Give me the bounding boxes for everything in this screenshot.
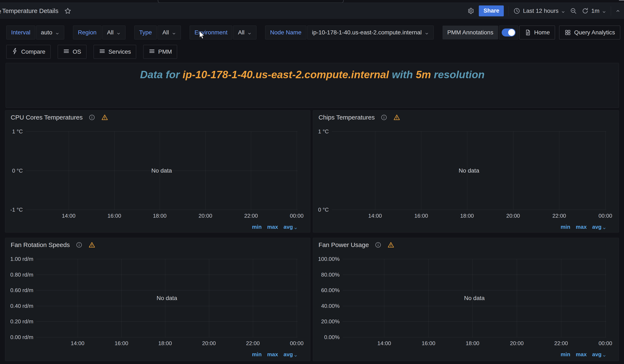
toolbar-right: Share Last 12 hours 1m — [467, 5, 624, 16]
legend-item-avg[interactable]: avg — [592, 351, 606, 358]
panel-header: Fan Power Usage — [318, 241, 394, 248]
x-tick-label: 00:00 — [290, 213, 304, 219]
favorite-star-icon[interactable] — [64, 7, 71, 14]
variable-label-node-name[interactable]: Node Name — [265, 25, 306, 39]
chevron-down-icon — [561, 9, 565, 13]
info-icon[interactable] — [375, 242, 381, 248]
y-tick-label: -1 °C — [10, 207, 23, 213]
legend-item-avg[interactable]: avg — [284, 224, 298, 230]
v-gridline — [297, 259, 297, 337]
legend-item-min[interactable]: min — [561, 224, 570, 230]
legend-item-max[interactable]: max — [576, 351, 587, 358]
x-tick-label: 22:00 — [244, 213, 258, 219]
legend-item-min[interactable]: min — [252, 351, 262, 358]
warning-icon[interactable] — [393, 114, 400, 121]
v-gridline — [559, 131, 559, 210]
x-tick-label: 18:00 — [153, 213, 167, 219]
legend-item-avg[interactable]: avg — [284, 351, 298, 358]
legend-item-max[interactable]: max — [576, 224, 587, 230]
variable-value-node-name[interactable]: ip-10-178-1-40.us-east-2.compute.interna… — [307, 25, 434, 39]
chevron-down-icon — [294, 225, 298, 229]
x-tick-label: 16:00 — [115, 340, 128, 347]
legend-item-min[interactable]: min — [561, 351, 570, 358]
legend-item-avg[interactable]: avg — [592, 224, 606, 230]
banner-segment: ip-10-178-1-40.us-east-2.compute.interna… — [182, 69, 389, 80]
refresh-icon[interactable] — [582, 7, 589, 14]
variable-group-region: RegionAll — [73, 25, 126, 39]
share-button[interactable]: Share — [479, 5, 504, 16]
variable-label-type[interactable]: Type — [134, 25, 157, 39]
variable-value-interval[interactable]: auto — [36, 25, 64, 39]
info-icon[interactable] — [76, 242, 82, 248]
y-tick-label: 40.00% — [321, 303, 339, 309]
legend-item-min[interactable]: min — [252, 224, 262, 230]
h-gridline — [332, 210, 606, 210]
variable-label-interval[interactable]: Interval — [6, 25, 35, 39]
info-icon[interactable] — [89, 114, 95, 121]
breadcrumb-clipped-char: e — [0, 8, 1, 15]
legend-item-max[interactable]: max — [267, 224, 278, 230]
legend-item-label: max — [576, 224, 587, 230]
x-tick-label: 20:00 — [506, 213, 520, 219]
variable-value-region[interactable]: All — [102, 25, 126, 39]
variable-label-environment[interactable]: Environment — [190, 25, 232, 39]
x-tick-label: 14:00 — [377, 340, 391, 347]
y-tick-label: 0.80 rd/m — [10, 271, 33, 278]
legend-item-label: min — [252, 351, 262, 358]
panel-title-fan-rotation-speeds[interactable]: Fan Rotation Speeds — [11, 241, 70, 248]
x-tick-label: 00:00 — [598, 213, 612, 219]
chevron-up-icon[interactable] — [616, 9, 620, 13]
time-range-picker[interactable]: Last 12 hours — [513, 7, 565, 14]
x-tick-label: 18:00 — [460, 213, 474, 219]
variable-value-environment[interactable]: All — [233, 25, 256, 39]
y-axis: -1 °C1 °C0 °C-1 °C — [10, 131, 26, 210]
panel-title-fan-power-usage[interactable]: Fan Power Usage — [318, 241, 369, 248]
refresh-picker[interactable]: 1m — [582, 7, 606, 14]
services-button[interactable]: Services — [94, 45, 136, 59]
y-tick-label: 0 °C — [12, 167, 23, 174]
home-button[interactable]: Home — [519, 25, 555, 39]
variable-label-region[interactable]: Region — [73, 25, 101, 39]
x-tick-label: 18:00 — [158, 340, 172, 347]
panel-title-chips-temperatures[interactable]: Chips Temperatures — [318, 114, 375, 121]
banner-text: Data for ip-10-178-1-40.us-east-2.comput… — [6, 69, 619, 81]
pmm-button[interactable]: PMM — [143, 45, 177, 59]
legend-item-label: max — [576, 351, 587, 358]
y-axis: 100.00%100.00%80.00%60.00%40.00%20.00%0.… — [318, 259, 343, 337]
panel-fan-power-usage: Fan Power Usage100.00%100.00%80.00%60.00… — [313, 238, 619, 361]
x-tick-label: 20:00 — [199, 213, 212, 219]
info-icon[interactable] — [381, 114, 387, 121]
legend-item-label: min — [252, 224, 262, 230]
home-button-label: Home — [534, 29, 550, 36]
h-gridline — [26, 210, 298, 210]
v-gridline — [251, 131, 251, 210]
warning-icon[interactable] — [101, 114, 108, 121]
os-button-label: OS — [73, 49, 81, 55]
compare-button[interactable]: Compare — [6, 45, 51, 59]
warning-icon[interactable] — [387, 241, 394, 248]
x-tick-label: 14:00 — [368, 213, 382, 219]
plot-area: No data14:0016:0018:0020:0022:0000:00 — [343, 259, 606, 337]
h-gridline — [343, 290, 606, 291]
os-button[interactable]: OS — [58, 45, 86, 59]
query-analytics-button[interactable]: Query Analytics — [559, 25, 620, 39]
variable-value-type[interactable]: All — [157, 25, 181, 39]
search-bar-clipped[interactable] — [158, 0, 344, 3]
variable-group-interval: Intervalauto — [6, 25, 64, 39]
panel-title-cpu-cores-temperatures[interactable]: CPU Cores Temperatures — [11, 114, 83, 121]
panel-header: CPU Cores Temperatures — [11, 114, 108, 121]
time-range-label: Last 12 hours — [523, 8, 559, 14]
zoom-out-icon[interactable] — [570, 7, 577, 14]
v-gridline — [69, 131, 69, 210]
x-tick-label: 22:00 — [554, 340, 568, 347]
y-tick-label: 1 °C — [12, 128, 23, 135]
pmm-annotations-toggle[interactable] — [502, 28, 516, 36]
page-title[interactable]: Temperature Details — [2, 7, 58, 14]
h-gridline — [332, 131, 606, 132]
legend-item-max[interactable]: max — [267, 351, 278, 358]
plot-area: No data14:0016:0018:0020:0022:0000:00 — [332, 131, 606, 210]
query-analytics-button-label: Query Analytics — [574, 29, 615, 36]
gear-icon[interactable] — [467, 7, 474, 14]
legend-item-label: avg — [284, 224, 293, 230]
warning-icon[interactable] — [88, 241, 96, 248]
